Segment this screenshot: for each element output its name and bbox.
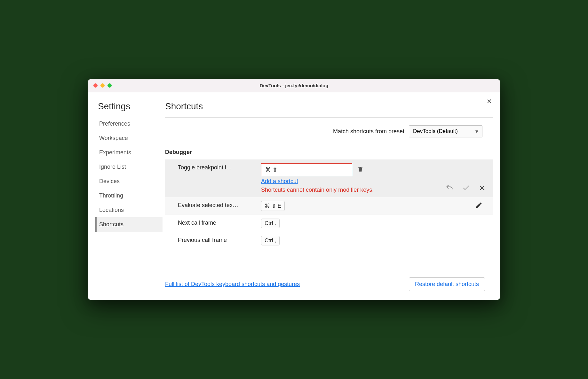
shortcut-label: Evaluate selected tex… [178, 201, 261, 209]
shortcut-value-area: Ctrl . [261, 219, 484, 228]
shortcut-label: Previous call frame [178, 236, 261, 244]
sidebar: Settings Preferences Workspace Experimen… [95, 99, 163, 291]
shortcut-input[interactable]: ⌘ ⇧ [261, 163, 352, 176]
sidebar-item-shortcuts[interactable]: Shortcuts [95, 217, 163, 232]
preset-label: Match shortcuts from preset [333, 128, 404, 135]
error-message: Shortcuts cannot contain only modifier k… [261, 187, 389, 193]
sidebar-item-workspace[interactable]: Workspace [95, 131, 163, 145]
shortcut-row-toggle-breakpoint: Toggle breakpoint i… ⌘ ⇧ Add a shortcut [165, 159, 493, 197]
edit-icon[interactable] [475, 202, 482, 210]
sidebar-item-label: Ignore List [99, 164, 126, 170]
sidebar-item-throttling[interactable]: Throttling [95, 189, 163, 203]
shortcut-row-previous-call-frame: Previous call frame Ctrl , [165, 232, 493, 249]
window-title: DevTools - jec.fyi/demo/dialog [93, 83, 495, 88]
sidebar-item-label: Workspace [99, 135, 128, 141]
titlebar: DevTools - jec.fyi/demo/dialog [88, 79, 500, 92]
add-shortcut-link[interactable]: Add a shortcut [261, 178, 298, 185]
undo-icon[interactable] [445, 184, 454, 192]
preset-row: Match shortcuts from preset DevTools (De… [165, 125, 493, 137]
full-list-link[interactable]: Full list of DevTools keyboard shortcuts… [165, 281, 300, 288]
shortcut-row-evaluate-selected: Evaluate selected tex… ⌘ ⇧ E [165, 197, 493, 215]
main-panel: Shortcuts Match shortcuts from preset De… [163, 99, 493, 291]
sidebar-item-preferences[interactable]: Preferences [95, 117, 163, 131]
preset-select[interactable]: DevTools (Default) [409, 125, 482, 137]
check-icon[interactable] [462, 184, 470, 192]
shortcut-value-area: ⌘ ⇧ E [261, 201, 484, 211]
shortcut-input-row: ⌘ ⇧ [261, 163, 484, 176]
shortcut-input-value: ⌘ ⇧ [265, 166, 277, 173]
cancel-icon[interactable] [479, 184, 486, 191]
bottom-bar: Full list of DevTools keyboard shortcuts… [165, 270, 493, 291]
trash-icon[interactable] [357, 166, 363, 174]
shortcut-list: Toggle breakpoint i… ⌘ ⇧ Add a shortcut [165, 159, 493, 249]
restore-defaults-button[interactable]: Restore default shortcuts [409, 277, 485, 291]
shortcut-row-next-call-frame: Next call frame Ctrl . [165, 215, 493, 232]
sidebar-title: Settings [95, 101, 163, 117]
shortcut-value-area: Ctrl , [261, 236, 484, 245]
page-title: Shortcuts [165, 101, 493, 118]
window-minimize-button[interactable] [100, 83, 105, 88]
shortcut-chip: ⌘ ⇧ E [261, 201, 285, 211]
edit-actions [445, 184, 486, 192]
devtools-window: DevTools - jec.fyi/demo/dialog ✕ Setting… [88, 79, 500, 300]
shortcut-chip: Ctrl , [261, 236, 280, 245]
content: ✕ Settings Preferences Workspace Experim… [88, 92, 500, 300]
shortcut-chip: Ctrl . [261, 219, 280, 228]
sidebar-item-experiments[interactable]: Experiments [95, 145, 163, 160]
sidebar-item-label: Devices [99, 178, 120, 184]
section-header-debugger: Debugger [165, 149, 493, 159]
text-cursor [280, 167, 280, 174]
shortcut-label: Next call frame [178, 219, 261, 226]
sidebar-item-label: Preferences [99, 120, 130, 127]
sidebar-item-locations[interactable]: Locations [95, 203, 163, 217]
traffic-lights [93, 83, 112, 88]
sidebar-item-label: Shortcuts [99, 221, 123, 228]
shortcut-label: Toggle breakpoint i… [178, 163, 261, 171]
sidebar-item-devices[interactable]: Devices [95, 174, 163, 189]
sidebar-item-label: Experiments [99, 149, 131, 156]
preset-select-value: DevTools (Default) [413, 128, 458, 135]
sidebar-item-ignore-list[interactable]: Ignore List [95, 160, 163, 174]
window-close-button[interactable] [93, 83, 98, 88]
sidebar-item-label: Throttling [99, 192, 123, 199]
sidebar-item-label: Locations [99, 207, 124, 213]
window-maximize-button[interactable] [107, 83, 112, 88]
